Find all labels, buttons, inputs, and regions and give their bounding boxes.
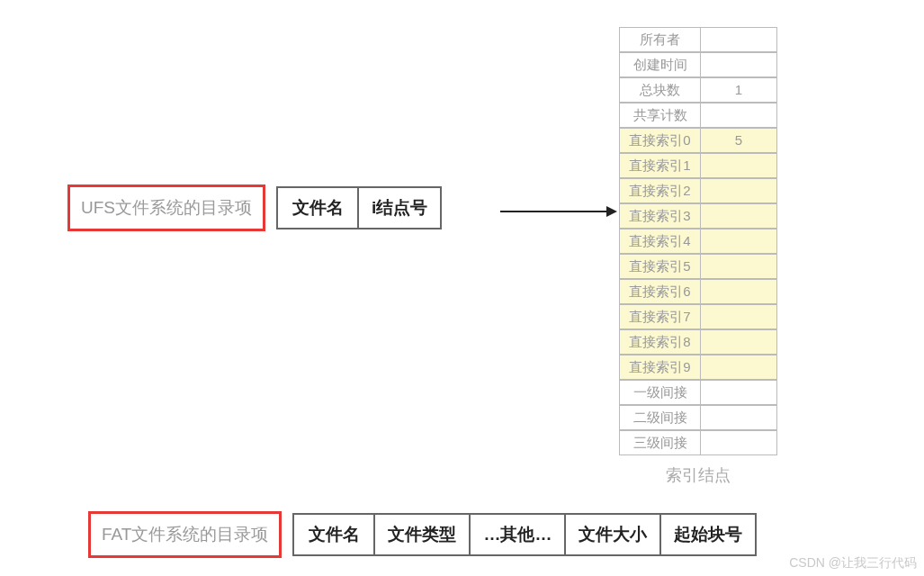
inode-row-label: 直接索引2 (619, 178, 700, 203)
inode-row: 直接索引4 (619, 229, 777, 254)
inode-row-value (700, 405, 777, 430)
inode-row-value (700, 380, 777, 405)
inode-row: 所有者 (619, 27, 777, 52)
ufs-directory-entry: 文件名 i结点号 (276, 186, 442, 230)
inode-row: 三级间接 (619, 430, 777, 455)
inode-row: 直接索引2 (619, 178, 777, 203)
fat-col-2: …其他… (471, 513, 566, 556)
inode-row-label: 直接索引3 (619, 203, 700, 229)
inode-row: 一级间接 (619, 380, 777, 405)
inode-row-value (700, 153, 777, 178)
inode-row-value (700, 254, 777, 279)
inode-row: 直接索引8 (619, 329, 777, 355)
inode-row-value (700, 304, 777, 329)
ufs-section: UFS文件系统的目录项 文件名 i结点号 (67, 184, 442, 231)
inode-row-value (700, 27, 777, 52)
fat-title-text: FAT文件系统的目录项 (102, 525, 268, 544)
fat-col-0: 文件名 (292, 513, 375, 556)
inode-row: 直接索引5 (619, 254, 777, 279)
inode-row-label: 直接索引4 (619, 229, 700, 254)
inode-row-label: 所有者 (619, 27, 700, 52)
inode-row: 共享计数 (619, 103, 777, 128)
inode-row: 总块数1 (619, 77, 777, 103)
ufs-col-filename: 文件名 (276, 186, 359, 230)
inode-row-value (700, 103, 777, 128)
inode-row-label: 直接索引9 (619, 355, 700, 380)
inode-row: 直接索引3 (619, 203, 777, 229)
ufs-title-text: UFS文件系统的目录项 (81, 198, 252, 217)
svg-marker-1 (606, 206, 617, 217)
inode-row-value (700, 329, 777, 355)
inode-row-value (700, 52, 777, 77)
fat-section: FAT文件系统的目录项 文件名 文件类型 …其他… 文件大小 起始块号 (88, 511, 757, 558)
inode-row-value (700, 229, 777, 254)
ufs-col-inode: i结点号 (359, 186, 442, 230)
watermark-text: CSDN @让我三行代码 (789, 555, 917, 572)
inode-row-label: 直接索引1 (619, 153, 700, 178)
inode-row: 直接索引05 (619, 128, 777, 153)
inode-row: 直接索引9 (619, 355, 777, 380)
inode-table: 所有者创建时间总块数1共享计数直接索引05直接索引1直接索引2直接索引3直接索引… (619, 27, 777, 486)
arrow-to-inode (500, 202, 617, 220)
fat-col-4: 起始块号 (661, 513, 757, 556)
inode-row-value (700, 178, 777, 203)
inode-row-label: 创建时间 (619, 52, 700, 77)
inode-row-label: 二级间接 (619, 405, 700, 430)
inode-row-value (700, 279, 777, 304)
inode-row-label: 三级间接 (619, 430, 700, 455)
fat-col-1: 文件类型 (375, 513, 471, 556)
fat-col-3: 文件大小 (566, 513, 661, 556)
ufs-title-box: UFS文件系统的目录项 (67, 184, 265, 231)
inode-row: 创建时间 (619, 52, 777, 77)
inode-row-value (700, 355, 777, 380)
inode-row-value: 1 (700, 77, 777, 103)
inode-row-value: 5 (700, 128, 777, 153)
fat-directory-entry: 文件名 文件类型 …其他… 文件大小 起始块号 (292, 513, 757, 556)
inode-row: 直接索引1 (619, 153, 777, 178)
inode-caption: 索引结点 (619, 464, 777, 486)
inode-row-label: 直接索引8 (619, 329, 700, 355)
inode-row-label: 共享计数 (619, 103, 700, 128)
inode-row-value (700, 203, 777, 229)
inode-row-label: 直接索引6 (619, 279, 700, 304)
inode-row: 直接索引7 (619, 304, 777, 329)
inode-row: 二级间接 (619, 405, 777, 430)
inode-row-label: 总块数 (619, 77, 700, 103)
inode-row-label: 一级间接 (619, 380, 700, 405)
inode-row-label: 直接索引0 (619, 128, 700, 153)
inode-row-value (700, 430, 777, 455)
inode-row-label: 直接索引7 (619, 304, 700, 329)
inode-row-label: 直接索引5 (619, 254, 700, 279)
fat-title-box: FAT文件系统的目录项 (88, 511, 282, 558)
inode-row: 直接索引6 (619, 279, 777, 304)
